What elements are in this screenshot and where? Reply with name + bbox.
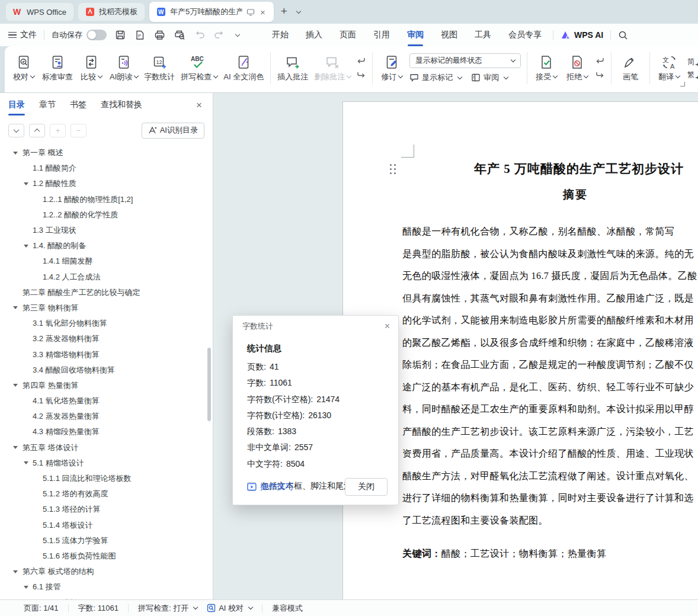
collapse-arrow-icon[interactable] [24, 461, 28, 464]
print-preview-icon[interactable] [174, 30, 185, 40]
dialog-launcher-icon[interactable] [680, 82, 685, 86]
track-changes-button[interactable]: 修订 [376, 50, 407, 86]
review-pane-button[interactable]: 审阅 [471, 72, 508, 83]
new-tab-button[interactable]: + [278, 5, 290, 19]
toc-item[interactable]: 5.1.3 塔径的计算 [0, 502, 213, 517]
to-traditional-button[interactable]: 简 转繁 [687, 56, 698, 67]
expand-all-button[interactable] [8, 124, 24, 137]
close-button[interactable]: 关闭 [345, 478, 388, 496]
toc-item[interactable]: 1.4.1 细菌发酵 [0, 254, 213, 269]
toc-item[interactable]: 3.1 氧化部分物料衡算 [0, 316, 213, 331]
customize-toolbar-chevron-icon[interactable] [235, 31, 240, 36]
previous-revision-icon[interactable] [595, 57, 605, 66]
ribbon-tab[interactable]: 会员专享 [508, 28, 542, 41]
toc-item[interactable]: 1.4. 醋酸的制备 [0, 238, 213, 254]
ai-polish-button[interactable]: AI 全文润色 [220, 50, 267, 86]
word-count-button[interactable]: 12 字数统计 [141, 50, 178, 86]
toc-item[interactable]: 第六章 板式塔的结构 [0, 564, 213, 579]
redo-icon[interactable] [214, 30, 225, 40]
collapse-arrow-icon[interactable] [24, 245, 28, 248]
toc-item[interactable]: 第二章 醋酸生产工艺的比较与确定 [0, 285, 213, 300]
tab-wps-office[interactable]: W WPS Office [6, 3, 73, 21]
dialog-close-icon[interactable]: × [385, 321, 390, 332]
sidebar-tab[interactable]: 目录 [8, 100, 25, 110]
collapse-arrow-icon[interactable] [13, 384, 18, 387]
to-simplified-button[interactable]: 繁 转简 [687, 69, 698, 80]
standard-review-button[interactable]: 标准审查 [39, 50, 76, 86]
tab-list-chevron-icon[interactable] [296, 8, 301, 13]
search-icon[interactable] [618, 30, 628, 40]
compare-button[interactable]: 比较 [76, 50, 107, 86]
toc-item[interactable]: 3.4 醋酸回收塔物料衡算 [0, 362, 213, 378]
toc-item[interactable]: 1.3 工业现状 [0, 223, 213, 238]
tab-document[interactable]: W 年产5万吨醋酸的生产工艺初步设计 × [149, 2, 274, 22]
ribbon-tab[interactable]: 工具 [474, 28, 492, 41]
toc-item[interactable]: 5.1.4 塔板设计 [0, 518, 213, 533]
collapse-arrow-icon[interactable] [24, 586, 28, 589]
toc-item[interactable]: 4.3 精馏段热量衡算 [0, 424, 213, 439]
toc-item[interactable]: 5.1 精馏塔设计 [0, 455, 213, 471]
toc-item[interactable]: 第三章 物料衡算 [0, 300, 213, 316]
sidebar-tab[interactable]: 章节 [39, 100, 56, 110]
toc-item[interactable]: 1.2..2 醋酸的化学性质 [0, 207, 213, 223]
save-icon[interactable] [115, 30, 126, 40]
insert-comment-button[interactable]: 插入批注 [274, 50, 311, 86]
toc-item[interactable]: 6.1 接管 [0, 579, 213, 595]
collapse-arrow-icon[interactable] [13, 446, 18, 449]
sidebar-tab[interactable]: 查找和替换 [101, 100, 142, 110]
export-pdf-icon[interactable]: P [135, 30, 145, 40]
collapse-arrow-icon[interactable] [13, 152, 18, 155]
tab-close-icon[interactable]: × [259, 8, 267, 17]
toc-item[interactable]: 1.4.2 人工合成法 [0, 270, 213, 285]
ai-recognize-toc-button[interactable]: AI识别目录 [142, 123, 204, 139]
autosave-toggle[interactable] [87, 30, 107, 40]
file-menu-button[interactable]: 文件 [8, 30, 37, 40]
dialog-title-bar[interactable]: 字数统计 × [233, 316, 398, 337]
tab-docer-templates[interactable]: 找稻壳模板 [78, 3, 145, 21]
toc-item[interactable]: 3.3 精馏塔物料衡算 [0, 346, 213, 362]
accept-button[interactable]: 接受 [531, 50, 562, 86]
toc-item[interactable]: 5.1.5 流体力学验算 [0, 533, 213, 548]
collapse-all-button[interactable] [29, 124, 45, 137]
ribbon-tab[interactable]: 插入 [305, 28, 323, 41]
toc-item[interactable]: 第五章 塔体设计 [0, 440, 213, 455]
proofread-button[interactable]: 校对 [8, 50, 39, 86]
toc-item[interactable]: 1.2 醋酸性质 [0, 176, 213, 191]
ribbon-tab[interactable]: 引用 [373, 28, 390, 41]
spell-check-button[interactable]: ABC 拼写检查 [178, 50, 220, 86]
ai-proofread-status[interactable]: AI 校对 [207, 603, 252, 614]
word-count-indicator[interactable]: 字数: 11061 [78, 603, 119, 614]
toc-item[interactable]: 4.2 蒸发器热量衡算 [0, 409, 213, 424]
toc-item[interactable]: 4.1 氧化塔热量衡算 [0, 393, 213, 409]
collapse-arrow-icon[interactable] [24, 182, 28, 185]
sidebar-scrollbar[interactable] [207, 348, 211, 421]
ai-read-aloud-button[interactable]: AI朗读 [107, 50, 141, 86]
screen-share-icon[interactable] [246, 8, 255, 16]
next-comment-icon[interactable] [356, 71, 366, 80]
pen-button[interactable]: 画笔 [615, 50, 646, 86]
undo-icon[interactable] [194, 30, 205, 40]
toc-item[interactable]: 第一章 概述 [0, 145, 213, 161]
toc-item[interactable]: 第四章 热量衡算 [0, 378, 213, 393]
decrease-level-button[interactable]: − [71, 124, 87, 137]
page-indicator[interactable]: 页面: 1/41 [24, 603, 59, 614]
ribbon-tab[interactable]: 页面 [339, 28, 357, 41]
ribbon-tab[interactable]: 开始 [271, 28, 289, 41]
translate-button[interactable]: 文A 翻译 [654, 50, 684, 86]
markup-state-dropdown[interactable]: 显示标记的最终状态 [409, 53, 521, 68]
toc-item[interactable]: 3.2 蒸发器物料衡算 [0, 331, 213, 346]
sidebar-tab[interactable]: 书签 [70, 100, 87, 110]
wps-ai-button[interactable]: WPS AI [561, 30, 603, 40]
show-markup-button[interactable]: 显示标记 [409, 72, 462, 83]
toc-item[interactable]: 5.1.1 回流比和理论塔板数 [0, 471, 213, 486]
tips-link[interactable]: 操作技巧 [247, 482, 293, 492]
delete-comment-button[interactable]: 删除批注 [311, 50, 354, 86]
sidebar-close-icon[interactable]: × [196, 100, 202, 111]
next-revision-icon[interactable] [595, 71, 605, 80]
reject-button[interactable]: 拒绝 [562, 50, 593, 86]
collapse-arrow-icon[interactable] [13, 570, 18, 573]
toc-item[interactable]: 5.1.2 塔的有效高度 [0, 486, 213, 502]
toc-item[interactable]: 5.1.6 塔板负荷性能图 [0, 548, 213, 564]
toc-item[interactable]: 1.1 醋酸简介 [0, 161, 213, 176]
ribbon-tab[interactable]: 审阅 [406, 28, 424, 41]
